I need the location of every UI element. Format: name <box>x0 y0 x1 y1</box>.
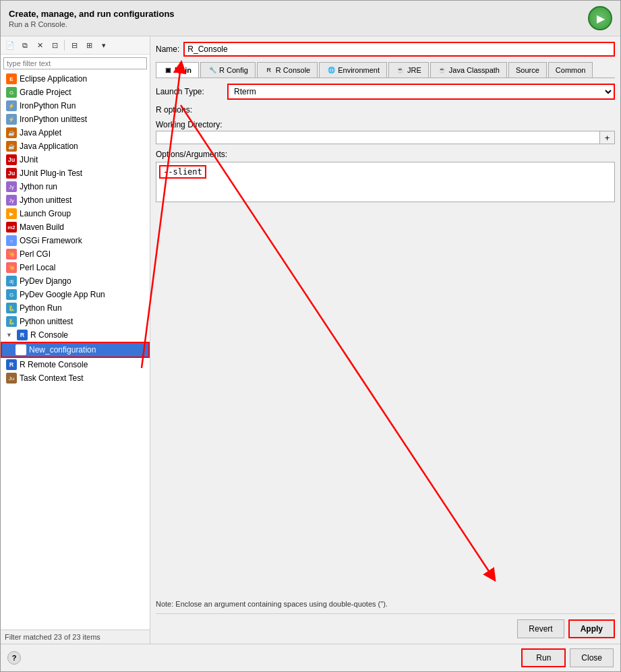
main-dialog: Create, manage, and run configurations R… <box>0 0 621 672</box>
r-options-label: R options: <box>156 105 615 115</box>
osgi-icon: ○ <box>6 235 17 246</box>
tree-item-eclipse-app[interactable]: E Eclipse Application <box>1 72 150 86</box>
tree-item-task-context[interactable]: Ju Task Context Test <box>1 371 150 385</box>
tree-item-r-remote[interactable]: R R Remote Console <box>1 358 150 371</box>
spacer <box>156 208 615 596</box>
tree-item-osgi[interactable]: ○ OSGi Framework <box>1 234 150 247</box>
working-dir-label: Working Directory: <box>156 120 615 129</box>
expand-all-button[interactable]: ⊞ <box>82 38 96 52</box>
tree-item-perl-local[interactable]: 🐪 Perl Local <box>1 261 150 274</box>
run-icon[interactable] <box>588 6 612 30</box>
dialog-subtitle: Run a R Console. <box>9 20 175 28</box>
task-context-icon: Ju <box>6 373 17 384</box>
tree-item-gradle[interactable]: G Gradle Project <box>1 86 150 99</box>
jython-unittest-icon: Jy <box>6 195 17 206</box>
working-dir-input[interactable] <box>156 131 600 144</box>
main-tab-icon: ▣ <box>163 65 173 75</box>
name-row: Name: <box>156 42 615 57</box>
footer-buttons: Run Close <box>521 648 614 667</box>
help-button[interactable]: ? <box>7 651 21 665</box>
right-panel: Name: ▣ Main 🔧 R Config R R Console <box>150 36 620 644</box>
collapse-all-button[interactable]: ⊟ <box>67 38 81 52</box>
tree-item-python-run[interactable]: 🐍 Python Run <box>1 301 150 315</box>
r-console-tab-icon: R <box>264 65 274 75</box>
jre-icon: ☕ <box>396 65 405 75</box>
delete-button[interactable]: ✕ <box>33 38 47 52</box>
arg-tag-slient: --slient <box>159 165 206 179</box>
tab-jre[interactable]: ☕ JRE <box>388 62 429 78</box>
python-run-icon: 🐍 <box>6 303 17 313</box>
launch-type-row: Launch Type: Rterm <box>156 84 615 100</box>
close-button[interactable]: Close <box>570 648 614 667</box>
pydev-google-icon: G <box>6 289 17 300</box>
tree-item-launch-group[interactable]: ▶ Launch Group <box>1 207 150 220</box>
name-input[interactable] <box>183 42 615 57</box>
launch-type-label: Launch Type: <box>156 87 223 96</box>
tab-main[interactable]: ▣ Main <box>156 62 199 78</box>
tree-item-jython-unittest[interactable]: Jy Jython unittest <box>1 193 150 207</box>
ironpython-unittest-icon: ⚡ <box>6 114 17 125</box>
tree-list: E Eclipse Application G Gradle Project ⚡… <box>1 72 150 630</box>
tree-item-maven[interactable]: m2 Maven Build <box>1 220 150 234</box>
tree-item-ironpython-run[interactable]: ⚡ IronPython Run <box>1 99 150 113</box>
filter-status: Filter matched 23 of 23 items <box>1 630 150 644</box>
tree-item-jython-run[interactable]: Jy Jython run <box>1 180 150 193</box>
java-applet-icon: ☕ <box>6 127 17 138</box>
tree-item-pydev-django[interactable]: dj PyDev Django <box>1 274 150 288</box>
tab-environment[interactable]: 🌐 Environment <box>319 62 387 78</box>
tree-item-r-console[interactable]: ▼ R R Console <box>1 328 150 342</box>
tab-source[interactable]: Source <box>508 62 547 78</box>
duplicate-button[interactable]: ⧉ <box>18 38 32 52</box>
tab-r-console[interactable]: R R Console <box>257 62 318 78</box>
dialog-header: Create, manage, and run configurations R… <box>1 1 620 36</box>
perl-local-icon: 🐪 <box>6 262 17 273</box>
tab-content: Launch Type: Rterm R options: Working Di… <box>156 84 615 608</box>
gradle-icon: G <box>6 87 17 98</box>
jython-run-icon: Jy <box>6 181 17 192</box>
eclipse-icon: E <box>6 73 17 84</box>
view-menu-button[interactable]: ▾ <box>97 38 111 52</box>
tree-item-junit-plugin[interactable]: Ju JUnit Plug-in Test <box>1 166 150 180</box>
filter-button[interactable]: ⊡ <box>48 38 61 52</box>
apply-button[interactable]: Apply <box>568 619 615 638</box>
perl-cgi-icon: 🐪 <box>6 249 17 259</box>
tree-item-junit[interactable]: Ju JUnit <box>1 153 150 166</box>
left-toolbar: 📄 ⧉ ✕ ⊡ ⊟ ⊞ ▾ <box>1 36 150 55</box>
junit-plugin-icon: Ju <box>6 168 17 179</box>
working-dir-add-button[interactable]: + <box>600 131 615 144</box>
dialog-body: 📄 ⧉ ✕ ⊡ ⊟ ⊞ ▾ E Eclipse Application <box>1 36 620 644</box>
run-button[interactable]: Run <box>521 648 566 667</box>
arg-display-box: --slient <box>156 162 615 202</box>
tab-r-config[interactable]: 🔧 R Config <box>200 62 256 78</box>
tree-item-ironpython-unittest[interactable]: ⚡ IronPython unittest <box>1 113 150 126</box>
maven-icon: m2 <box>6 222 17 233</box>
tree-item-new-configuration[interactable]: R New_configuration <box>1 342 150 358</box>
r-config-icon: 🔧 <box>208 65 217 75</box>
dialog-title: Create, manage, and run configurations <box>9 9 175 19</box>
tree-item-java-applet[interactable]: ☕ Java Applet <box>1 126 150 140</box>
filter-input[interactable] <box>3 57 147 69</box>
junit-icon: Ju <box>6 154 17 165</box>
python-unittest-icon: 🐍 <box>6 316 17 327</box>
note-text: Note: Enclose an argument containing spa… <box>156 596 615 608</box>
action-buttons: Revert Apply <box>156 613 615 638</box>
tree-item-java-application[interactable]: ☕ Java Application <box>1 140 150 153</box>
tabs-bar: ▣ Main 🔧 R Config R R Console 🌐 Environm… <box>156 62 615 78</box>
new-config-button[interactable]: 📄 <box>3 38 17 52</box>
dialog-footer: ? Run Close <box>1 644 620 671</box>
revert-button[interactable]: Revert <box>517 619 564 638</box>
tree-item-python-unittest[interactable]: 🐍 Python unittest <box>1 315 150 328</box>
classpath-icon: ☕ <box>438 65 447 75</box>
pydev-django-icon: dj <box>6 276 17 286</box>
tree-item-pydev-google[interactable]: G PyDev Google App Run <box>1 288 150 301</box>
r-remote-icon: R <box>6 359 17 370</box>
name-label: Name: <box>156 44 179 54</box>
r-console-icon: R <box>17 330 28 340</box>
toolbar-separator <box>64 40 65 51</box>
tab-java-classpath[interactable]: ☕ Java Classpath <box>430 62 507 78</box>
ironpython-run-icon: ⚡ <box>6 100 17 111</box>
launch-type-select[interactable]: Rterm <box>227 84 615 100</box>
tree-item-perl-cgi[interactable]: 🐪 Perl CGI <box>1 247 150 261</box>
tab-common[interactable]: Common <box>548 62 593 78</box>
working-dir-row: + <box>156 131 615 144</box>
